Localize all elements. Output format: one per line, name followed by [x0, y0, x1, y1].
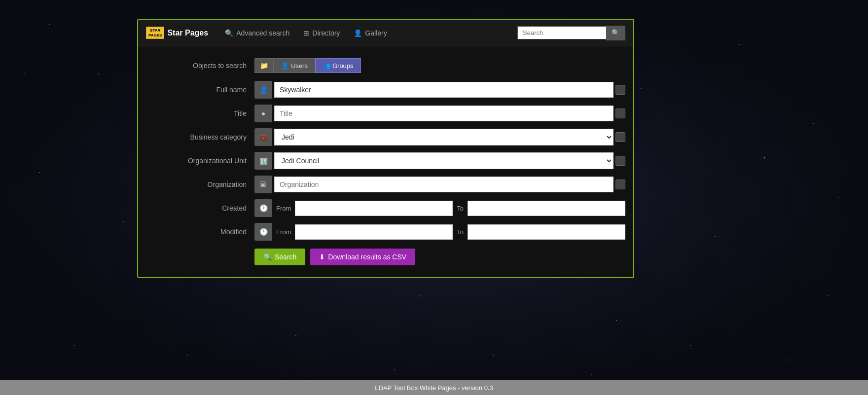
created-to-label: To [453, 205, 468, 212]
footer-text: LDAP Tool Box White Pages - version 0.3 [375, 384, 493, 392]
title-input[interactable] [274, 106, 614, 121]
navbar: STAR PAGES Star Pages 🔍 Advanced search … [138, 20, 633, 46]
org-unit-row: Organizational Unit 🏢 Jedi Council Jedi … [138, 152, 633, 170]
business-category-label: Business category [146, 133, 254, 141]
org-unit-icon: 🏢 [254, 152, 272, 170]
full-name-field [274, 82, 614, 98]
full-name-checkbox[interactable] [615, 85, 625, 95]
nav-search-button[interactable]: 🔍 [606, 26, 625, 40]
clock-icon: 🕐 [259, 204, 268, 212]
org-unit-checkbox[interactable] [615, 156, 625, 166]
created-row: Created 🕐 From To [138, 199, 633, 217]
modified-from-label: From [272, 228, 295, 236]
modified-to-label: To [453, 228, 468, 236]
clock2-icon: 🕐 [259, 228, 268, 236]
org-unit-label: Organizational Unit [146, 157, 254, 165]
business-category-select[interactable]: Jedi Sith Rebel Alliance Galactic Empire [274, 129, 614, 145]
title-field [274, 106, 614, 121]
folder-icon: 📁 [260, 62, 268, 70]
building-icon: 🏢 [259, 157, 268, 165]
business-category-checkbox[interactable] [615, 132, 625, 142]
modified-icon: 🕐 [254, 223, 272, 241]
users-button[interactable]: 👤 Users [274, 58, 315, 73]
modified-date-range: From To [272, 224, 625, 240]
magnifier-icon: 🔍 [612, 29, 620, 36]
title-label: Title [146, 109, 254, 117]
groups-button[interactable]: 👥 Groups [315, 58, 361, 73]
action-buttons: 🔍 Search ⬇ Download results as CSV [138, 249, 633, 265]
modified-label: Modified [146, 228, 254, 236]
grid-icon: ⊞ [303, 29, 309, 37]
created-from-label: From [272, 205, 295, 212]
full-name-icon: 👤 [254, 81, 272, 99]
main-container: STAR PAGES Star Pages 🔍 Advanced search … [137, 19, 634, 278]
group-icon: 👥 [323, 62, 330, 70]
nav-search-input[interactable] [517, 26, 606, 39]
org-icon: 🏛 [260, 180, 267, 188]
download-csv-button[interactable]: ⬇ Download results as CSV [310, 249, 415, 265]
user-icon: 👤 [281, 62, 289, 70]
objects-buttons: 📁 👤 Users 👥 Groups [254, 58, 361, 73]
nav-links: 🔍 Advanced search ⊞ Directory 👤 Gallery [218, 20, 517, 46]
footer: LDAP Tool Box White Pages - version 0.3 [0, 380, 868, 395]
created-date-range: From To [272, 201, 625, 216]
user-circle-icon: 👤 [354, 29, 362, 37]
created-from-input[interactable] [295, 201, 453, 216]
organization-icon: 🏛 [254, 176, 272, 193]
business-category-field: Jedi Sith Rebel Alliance Galactic Empire [274, 129, 614, 145]
title-icon: ● [254, 105, 272, 122]
business-category-row: Business category 💼 Jedi Sith Rebel Alli… [138, 128, 633, 146]
nav-search-area: 🔍 [517, 26, 625, 40]
organization-input[interactable] [274, 177, 614, 192]
title-row: Title ● [138, 105, 633, 122]
brand-name: Star Pages [167, 29, 208, 37]
form-content: Objects to search 📁 👤 Users 👥 Groups Ful… [138, 46, 633, 277]
brand-logo: STAR PAGES [146, 27, 164, 39]
modified-row: Modified 🕐 From To [138, 223, 633, 241]
created-label: Created [146, 204, 254, 212]
org-unit-field: Jedi Council Jedi Temple Senate [274, 152, 614, 169]
modified-to-input[interactable] [468, 224, 625, 240]
nav-directory[interactable]: ⊞ Directory [296, 20, 347, 46]
person-icon: 👤 [259, 86, 268, 94]
full-name-row: Full name 👤 [138, 81, 633, 99]
created-icon: 🕐 [254, 199, 272, 217]
org-unit-select[interactable]: Jedi Council Jedi Temple Senate [274, 152, 614, 169]
objects-to-search-row: Objects to search 📁 👤 Users 👥 Groups [138, 58, 633, 73]
circle-icon: ● [261, 109, 265, 117]
full-name-input[interactable] [274, 82, 614, 98]
download-icon: ⬇ [319, 253, 325, 261]
objects-icon-button[interactable]: 📁 [254, 58, 274, 73]
created-to-input[interactable] [468, 201, 625, 216]
search-btn-icon: 🔍 [263, 253, 272, 261]
title-checkbox[interactable] [615, 108, 625, 118]
brand-logo-link[interactable]: STAR PAGES Star Pages [146, 27, 208, 39]
objects-to-search-label: Objects to search [146, 62, 254, 70]
organization-checkbox[interactable] [615, 180, 625, 189]
business-category-icon: 💼 [254, 128, 272, 146]
nav-advanced-search[interactable]: 🔍 Advanced search [218, 20, 296, 46]
full-name-label: Full name [146, 86, 254, 94]
nav-gallery[interactable]: 👤 Gallery [347, 20, 394, 46]
organization-row: Organization 🏛 [138, 176, 633, 193]
modified-from-input[interactable] [295, 224, 453, 240]
organization-label: Organization [146, 180, 254, 188]
briefcase-icon: 💼 [259, 133, 268, 141]
organization-field [274, 177, 614, 192]
search-button[interactable]: 🔍 Search [254, 249, 305, 265]
search-icon: 🔍 [225, 29, 233, 37]
